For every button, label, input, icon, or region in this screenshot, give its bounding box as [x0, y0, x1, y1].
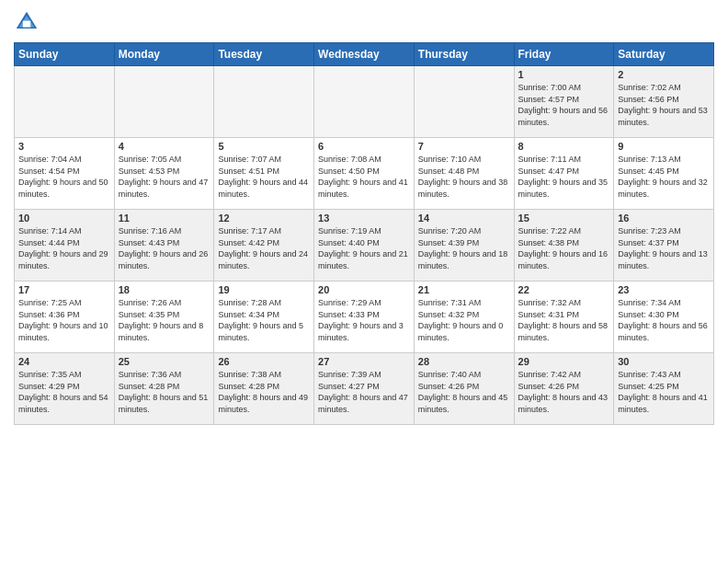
- day-cell: 1Sunrise: 7:00 AM Sunset: 4:57 PM Daylig…: [514, 66, 614, 138]
- day-cell: [214, 66, 314, 138]
- day-number: 10: [18, 213, 110, 224]
- day-info: Sunrise: 7:23 AM Sunset: 4:37 PM Dayligh…: [618, 225, 710, 271]
- week-row-4: 24Sunrise: 7:35 AM Sunset: 4:29 PM Dayli…: [15, 353, 714, 425]
- day-info: Sunrise: 7:19 AM Sunset: 4:40 PM Dayligh…: [318, 225, 410, 271]
- day-info: Sunrise: 7:00 AM Sunset: 4:57 PM Dayligh…: [518, 82, 610, 128]
- day-number: 12: [218, 213, 310, 224]
- day-number: 7: [418, 141, 510, 152]
- day-number: 23: [618, 284, 710, 295]
- day-number: 17: [18, 284, 110, 295]
- day-cell: 4Sunrise: 7:05 AM Sunset: 4:53 PM Daylig…: [114, 138, 214, 210]
- day-info: Sunrise: 7:16 AM Sunset: 4:43 PM Dayligh…: [119, 225, 210, 271]
- day-info: Sunrise: 7:02 AM Sunset: 4:56 PM Dayligh…: [618, 82, 710, 128]
- day-number: 19: [218, 284, 310, 295]
- day-number: 14: [418, 213, 510, 224]
- day-info: Sunrise: 7:36 AM Sunset: 4:28 PM Dayligh…: [119, 369, 210, 415]
- day-info: Sunrise: 7:38 AM Sunset: 4:28 PM Dayligh…: [218, 369, 310, 415]
- day-cell: 11Sunrise: 7:16 AM Sunset: 4:43 PM Dayli…: [114, 210, 214, 282]
- day-info: Sunrise: 7:17 AM Sunset: 4:42 PM Dayligh…: [218, 225, 310, 271]
- calendar-table: SundayMondayTuesdayWednesdayThursdayFrid…: [14, 42, 714, 425]
- day-cell: 3Sunrise: 7:04 AM Sunset: 4:54 PM Daylig…: [15, 138, 115, 210]
- week-row-0: 1Sunrise: 7:00 AM Sunset: 4:57 PM Daylig…: [15, 66, 714, 138]
- day-info: Sunrise: 7:34 AM Sunset: 4:30 PM Dayligh…: [618, 297, 710, 343]
- day-number: 6: [318, 141, 410, 152]
- day-number: 5: [218, 141, 310, 152]
- day-info: Sunrise: 7:25 AM Sunset: 4:36 PM Dayligh…: [18, 297, 110, 343]
- day-cell: 29Sunrise: 7:42 AM Sunset: 4:26 PM Dayli…: [514, 353, 614, 425]
- day-cell: 5Sunrise: 7:07 AM Sunset: 4:51 PM Daylig…: [214, 138, 314, 210]
- day-number: 22: [518, 284, 610, 295]
- day-cell: 26Sunrise: 7:38 AM Sunset: 4:28 PM Dayli…: [214, 353, 314, 425]
- day-cell: 16Sunrise: 7:23 AM Sunset: 4:37 PM Dayli…: [614, 210, 714, 282]
- day-info: Sunrise: 7:28 AM Sunset: 4:34 PM Dayligh…: [218, 297, 310, 343]
- day-cell: 28Sunrise: 7:40 AM Sunset: 4:26 PM Dayli…: [414, 353, 514, 425]
- day-info: Sunrise: 7:39 AM Sunset: 4:27 PM Dayligh…: [318, 369, 410, 415]
- svg-rect-2: [23, 21, 30, 28]
- day-info: Sunrise: 7:08 AM Sunset: 4:50 PM Dayligh…: [318, 154, 410, 200]
- day-number: 16: [618, 213, 710, 224]
- day-cell: 25Sunrise: 7:36 AM Sunset: 4:28 PM Dayli…: [114, 353, 214, 425]
- day-number: 28: [418, 356, 510, 367]
- day-info: Sunrise: 7:05 AM Sunset: 4:53 PM Dayligh…: [119, 154, 210, 200]
- logo: [14, 9, 43, 35]
- day-info: Sunrise: 7:22 AM Sunset: 4:38 PM Dayligh…: [518, 225, 610, 271]
- page: SundayMondayTuesdayWednesdayThursdayFrid…: [0, 0, 728, 563]
- header: [14, 9, 714, 35]
- day-number: 2: [618, 69, 710, 80]
- day-cell: 24Sunrise: 7:35 AM Sunset: 4:29 PM Dayli…: [15, 353, 115, 425]
- day-cell: 22Sunrise: 7:32 AM Sunset: 4:31 PM Dayli…: [514, 282, 614, 353]
- day-info: Sunrise: 7:35 AM Sunset: 4:29 PM Dayligh…: [18, 369, 110, 415]
- day-cell: [15, 66, 115, 138]
- day-cell: 7Sunrise: 7:10 AM Sunset: 4:48 PM Daylig…: [414, 138, 514, 210]
- day-number: 27: [318, 356, 410, 367]
- day-number: 13: [318, 213, 410, 224]
- day-info: Sunrise: 7:04 AM Sunset: 4:54 PM Dayligh…: [18, 154, 110, 200]
- header-saturday: Saturday: [614, 43, 714, 66]
- header-sunday: Sunday: [15, 43, 115, 66]
- day-number: 25: [119, 356, 210, 367]
- day-number: 15: [518, 213, 610, 224]
- day-number: 29: [518, 356, 610, 367]
- week-row-1: 3Sunrise: 7:04 AM Sunset: 4:54 PM Daylig…: [15, 138, 714, 210]
- day-cell: 18Sunrise: 7:26 AM Sunset: 4:35 PM Dayli…: [114, 282, 214, 353]
- day-cell: 19Sunrise: 7:28 AM Sunset: 4:34 PM Dayli…: [214, 282, 314, 353]
- header-monday: Monday: [114, 43, 214, 66]
- day-cell: 17Sunrise: 7:25 AM Sunset: 4:36 PM Dayli…: [15, 282, 115, 353]
- day-number: 20: [318, 284, 410, 295]
- day-cell: 14Sunrise: 7:20 AM Sunset: 4:39 PM Dayli…: [414, 210, 514, 282]
- day-cell: 12Sunrise: 7:17 AM Sunset: 4:42 PM Dayli…: [214, 210, 314, 282]
- day-number: 30: [618, 356, 710, 367]
- day-info: Sunrise: 7:13 AM Sunset: 4:45 PM Dayligh…: [618, 154, 710, 200]
- day-number: 8: [518, 141, 610, 152]
- header-tuesday: Tuesday: [214, 43, 314, 66]
- day-number: 9: [618, 141, 710, 152]
- header-friday: Friday: [514, 43, 614, 66]
- day-info: Sunrise: 7:26 AM Sunset: 4:35 PM Dayligh…: [119, 297, 210, 343]
- day-info: Sunrise: 7:42 AM Sunset: 4:26 PM Dayligh…: [518, 369, 610, 415]
- day-cell: [114, 66, 214, 138]
- day-cell: 27Sunrise: 7:39 AM Sunset: 4:27 PM Dayli…: [314, 353, 415, 425]
- day-cell: 2Sunrise: 7:02 AM Sunset: 4:56 PM Daylig…: [614, 66, 714, 138]
- day-info: Sunrise: 7:11 AM Sunset: 4:47 PM Dayligh…: [518, 154, 610, 200]
- day-cell: [414, 66, 514, 138]
- header-wednesday: Wednesday: [314, 43, 415, 66]
- day-cell: 20Sunrise: 7:29 AM Sunset: 4:33 PM Dayli…: [314, 282, 415, 353]
- day-number: 4: [119, 141, 210, 152]
- day-cell: 23Sunrise: 7:34 AM Sunset: 4:30 PM Dayli…: [614, 282, 714, 353]
- day-number: 21: [418, 284, 510, 295]
- logo-icon: [14, 9, 40, 35]
- day-cell: 10Sunrise: 7:14 AM Sunset: 4:44 PM Dayli…: [15, 210, 115, 282]
- day-info: Sunrise: 7:31 AM Sunset: 4:32 PM Dayligh…: [418, 297, 510, 343]
- day-number: 11: [119, 213, 210, 224]
- day-info: Sunrise: 7:07 AM Sunset: 4:51 PM Dayligh…: [218, 154, 310, 200]
- day-cell: 6Sunrise: 7:08 AM Sunset: 4:50 PM Daylig…: [314, 138, 415, 210]
- day-cell: [314, 66, 415, 138]
- week-row-3: 17Sunrise: 7:25 AM Sunset: 4:36 PM Dayli…: [15, 282, 714, 353]
- calendar-header-row: SundayMondayTuesdayWednesdayThursdayFrid…: [15, 43, 714, 66]
- day-number: 1: [518, 69, 610, 80]
- day-info: Sunrise: 7:29 AM Sunset: 4:33 PM Dayligh…: [318, 297, 410, 343]
- day-info: Sunrise: 7:40 AM Sunset: 4:26 PM Dayligh…: [418, 369, 510, 415]
- day-cell: 30Sunrise: 7:43 AM Sunset: 4:25 PM Dayli…: [614, 353, 714, 425]
- day-info: Sunrise: 7:20 AM Sunset: 4:39 PM Dayligh…: [418, 225, 510, 271]
- day-info: Sunrise: 7:14 AM Sunset: 4:44 PM Dayligh…: [18, 225, 110, 271]
